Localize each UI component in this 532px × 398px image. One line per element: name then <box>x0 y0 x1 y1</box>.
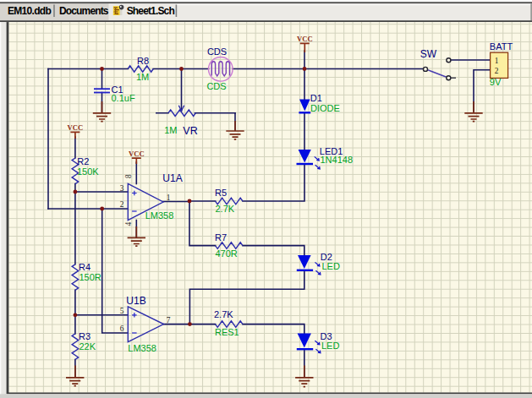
svg-text:2.7K: 2.7K <box>216 204 235 214</box>
svg-text:LED: LED <box>322 261 340 271</box>
svg-text:VCC: VCC <box>297 35 313 43</box>
svg-text:EM10.ddb: EM10.ddb <box>8 5 51 17</box>
svg-text:VCC: VCC <box>129 150 145 158</box>
svg-text:1N4148: 1N4148 <box>321 155 354 165</box>
svg-text:470R: 470R <box>216 248 238 259</box>
svg-text:150R: 150R <box>80 272 101 282</box>
svg-text:1: 1 <box>495 57 499 65</box>
svg-text:VCC: VCC <box>68 123 84 132</box>
svg-text:2.7K: 2.7K <box>214 309 233 319</box>
svg-text:Documents: Documents <box>59 5 109 17</box>
svg-text:LM358: LM358 <box>145 210 174 221</box>
svg-text:150K: 150K <box>77 166 99 177</box>
svg-text:SW: SW <box>420 48 437 60</box>
svg-text:R3: R3 <box>79 331 90 341</box>
svg-text:1M: 1M <box>164 125 177 135</box>
svg-text:LED: LED <box>321 341 339 351</box>
svg-text:RES1: RES1 <box>215 327 239 337</box>
svg-text:1M: 1M <box>136 72 149 82</box>
svg-text:R7: R7 <box>215 232 227 243</box>
svg-text:3: 3 <box>120 184 124 193</box>
svg-text:R2: R2 <box>77 156 89 166</box>
svg-text:22K: 22K <box>80 341 96 352</box>
svg-text:VR: VR <box>183 125 197 137</box>
svg-text:1: 1 <box>167 194 171 202</box>
svg-text:LM358: LM358 <box>128 343 156 353</box>
svg-text:5: 5 <box>120 307 124 315</box>
svg-text:BATT: BATT <box>490 41 513 52</box>
svg-text:R8: R8 <box>137 56 149 66</box>
svg-text:2: 2 <box>120 200 124 209</box>
svg-text:7: 7 <box>167 316 171 324</box>
svg-text:Sheet1.Sch: Sheet1.Sch <box>127 5 175 17</box>
svg-text:0.1uF: 0.1uF <box>112 93 135 103</box>
svg-text:4: 4 <box>124 222 133 226</box>
svg-text:8: 8 <box>124 174 133 178</box>
svg-text:CDS: CDS <box>206 81 226 91</box>
svg-text:DIODE: DIODE <box>310 103 340 113</box>
svg-text:D1: D1 <box>310 93 322 103</box>
svg-text:CDS: CDS <box>207 46 227 57</box>
svg-text:R4: R4 <box>79 262 90 272</box>
svg-text:R5: R5 <box>215 188 227 198</box>
svg-text:U1B: U1B <box>126 295 145 307</box>
svg-text:6: 6 <box>120 324 124 333</box>
svg-text:9V: 9V <box>490 77 502 87</box>
svg-text:2: 2 <box>495 67 499 75</box>
svg-text:U1A: U1A <box>162 172 182 184</box>
